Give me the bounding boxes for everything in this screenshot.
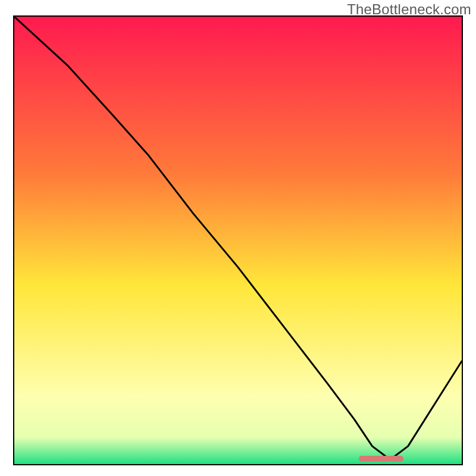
chart-svg: [14, 17, 462, 464]
optimal-range-marker: [359, 456, 403, 462]
plot-area: [13, 15, 463, 465]
chart-frame: TheBottleneck.com: [0, 0, 476, 476]
background-gradient: [14, 17, 462, 464]
